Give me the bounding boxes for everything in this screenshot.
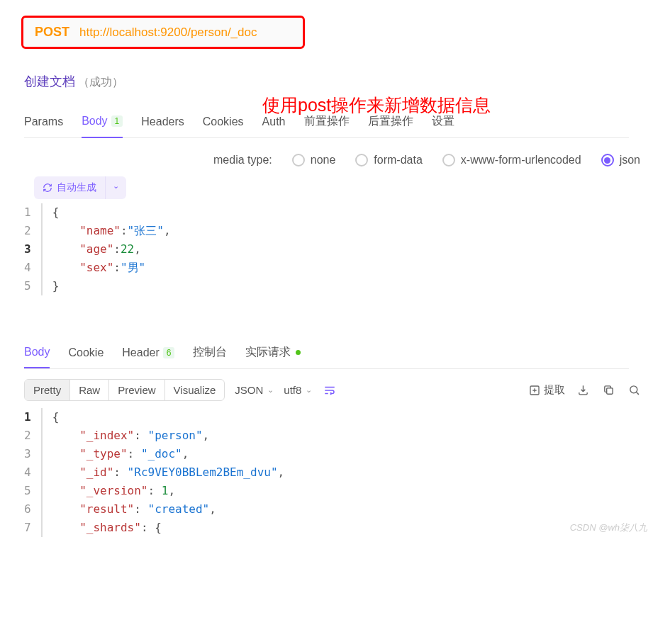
- code-content: { "_index": "person", "_type": "_doc", "…: [41, 408, 285, 537]
- resp-tab-body[interactable]: Body: [24, 339, 50, 368]
- format-select[interactable]: JSON ⌄: [235, 384, 274, 396]
- copy-icon: [603, 384, 615, 396]
- response-tabs: Body Cookie Header 6 控制台 实际请求: [24, 338, 629, 369]
- download-icon: [577, 384, 589, 396]
- search-icon: [628, 384, 640, 396]
- search-button[interactable]: [626, 383, 642, 398]
- resp-tab-actual[interactable]: 实际请求: [245, 338, 301, 368]
- radio-icon: [442, 154, 455, 166]
- response-body-viewer[interactable]: 1 2 3 4 5 6 7 { "_index": "person", "_ty…: [24, 408, 653, 537]
- svg-rect-1: [606, 388, 613, 395]
- download-button[interactable]: [575, 383, 591, 398]
- radio-formdata[interactable]: form-data: [355, 154, 422, 166]
- view-raw[interactable]: Raw: [70, 380, 109, 400]
- radio-json-label: json: [620, 154, 640, 166]
- resp-tab-header-badge: 6: [163, 347, 175, 358]
- charset-label: utf8: [284, 384, 301, 396]
- extract-button[interactable]: 提取: [529, 383, 565, 397]
- line-gutter: 1 2 3 4 5 6 7: [24, 408, 41, 537]
- response-toolbar: Pretty Raw Preview Visualize JSON ⌄ utf8…: [24, 379, 642, 401]
- http-method: POST: [35, 25, 69, 40]
- radio-none-label: none: [311, 154, 336, 166]
- radio-icon: [292, 154, 305, 166]
- tab-headers[interactable]: Headers: [141, 107, 184, 137]
- resp-tab-actual-label: 实际请求: [245, 345, 291, 360]
- auto-generate-group: 自动生成 ⌄: [34, 176, 126, 199]
- resp-tab-header[interactable]: Header 6: [122, 339, 174, 368]
- tab-body[interactable]: Body 1: [82, 107, 123, 138]
- resp-tab-header-label: Header: [122, 346, 159, 359]
- watermark: CSDN @wh柒八九: [570, 521, 647, 534]
- request-bar[interactable]: POST http://localhost:9200/person/_doc: [21, 16, 305, 49]
- chevron-down-icon: ⌄: [267, 385, 274, 395]
- view-pretty[interactable]: Pretty: [25, 380, 70, 400]
- code-content[interactable]: { "name":"张三", "age":22, "sex":"男" }: [41, 203, 171, 295]
- view-mode-group: Pretty Raw Preview Visualize: [24, 379, 225, 401]
- tab-body-label: Body: [82, 115, 107, 128]
- radio-none[interactable]: none: [292, 154, 336, 166]
- tab-body-badge: 1: [111, 115, 123, 127]
- refresh-icon: [43, 183, 52, 193]
- radio-xform-label: x-www-form-urlencoded: [461, 154, 581, 166]
- radio-icon: [601, 154, 614, 166]
- svg-point-2: [630, 386, 637, 393]
- auto-generate-dropdown[interactable]: ⌄: [105, 176, 126, 199]
- charset-select[interactable]: utf8 ⌄: [284, 384, 312, 396]
- media-type-label: media type:: [213, 154, 272, 166]
- tab-cookies[interactable]: Cookies: [203, 107, 244, 137]
- format-label: JSON: [235, 384, 263, 396]
- resp-tab-cookie[interactable]: Cookie: [68, 339, 104, 368]
- extract-icon: [529, 385, 540, 396]
- page-title: 创建文档: [24, 73, 75, 90]
- resp-tab-console[interactable]: 控制台: [193, 338, 227, 368]
- radio-xform[interactable]: x-www-form-urlencoded: [442, 154, 581, 166]
- auto-generate-label: 自动生成: [57, 181, 96, 194]
- extract-label: 提取: [544, 383, 565, 397]
- request-url[interactable]: http://localhost:9200/person/_doc: [79, 26, 257, 40]
- auto-generate-button[interactable]: 自动生成: [34, 176, 105, 199]
- radio-icon: [355, 154, 368, 166]
- copy-button[interactable]: [601, 383, 616, 398]
- media-type-row: media type: none form-data x-www-form-ur…: [24, 154, 640, 166]
- radio-formdata-label: form-data: [374, 154, 422, 166]
- chevron-down-icon: ⌄: [306, 385, 312, 395]
- request-body-editor[interactable]: 1 2 3 4 5 { "name":"张三", "age":22, "sex"…: [24, 203, 653, 295]
- wrap-lines-button[interactable]: [322, 383, 337, 398]
- wrap-icon: [323, 384, 336, 397]
- line-gutter: 1 2 3 4 5: [24, 203, 41, 295]
- view-visualize[interactable]: Visualize: [165, 380, 225, 400]
- status-dot-icon: [296, 350, 301, 355]
- radio-json[interactable]: json: [601, 154, 640, 166]
- tab-params[interactable]: Params: [24, 107, 63, 137]
- annotation-text: 使用post操作来新增数据信息: [262, 94, 491, 117]
- doc-status: （成功）: [78, 75, 123, 90]
- chevron-down-icon: ⌄: [113, 181, 119, 190]
- view-preview[interactable]: Preview: [109, 380, 164, 400]
